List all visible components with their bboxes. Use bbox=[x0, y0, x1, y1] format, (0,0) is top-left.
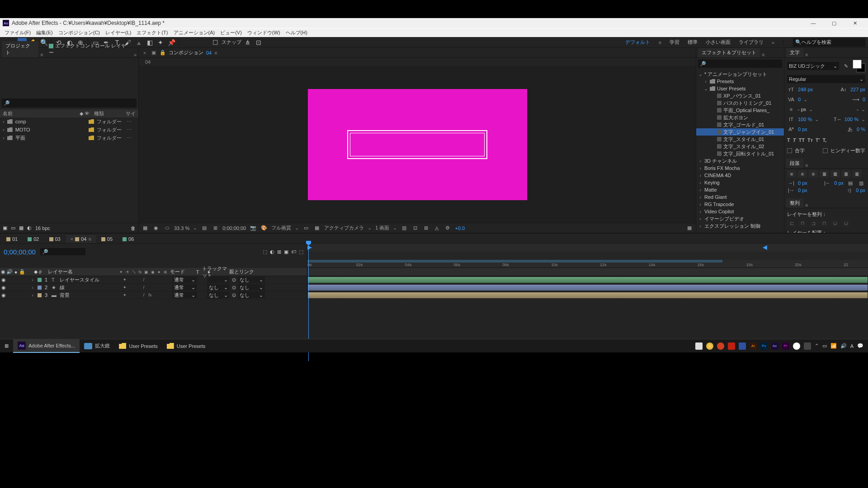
align-h-left[interactable]: ⊏ bbox=[787, 220, 796, 227]
align-right-button[interactable]: ≡ bbox=[809, 170, 818, 178]
menu-layer[interactable]: レイヤー(L) bbox=[103, 29, 134, 36]
font-size-value[interactable]: 248 px bbox=[798, 87, 813, 92]
tray-icon-ai[interactable]: Ai bbox=[750, 343, 757, 350]
lock-icon[interactable]: 🔒 bbox=[160, 50, 166, 56]
hindi-checkbox[interactable] bbox=[823, 148, 828, 153]
project-item[interactable]: ›平面フォルダー⋯ bbox=[0, 134, 138, 142]
menu-window[interactable]: ウィンドウ(W) bbox=[245, 29, 283, 36]
clone-tool-icon[interactable]: ⟁ bbox=[134, 38, 143, 47]
justify-all-button[interactable]: ≣ bbox=[852, 170, 861, 178]
tl-tool4-icon[interactable]: ▣ bbox=[284, 249, 288, 255]
tracking-value[interactable]: 0 bbox=[863, 97, 865, 102]
tray-icon-1[interactable] bbox=[695, 343, 703, 350]
new-folder-icon[interactable]: ▭ bbox=[11, 225, 15, 231]
preset-item[interactable]: ›Boris FX Mocha bbox=[696, 164, 784, 172]
tray-notifications-icon[interactable]: 💬 bbox=[857, 343, 863, 349]
project-item[interactable]: ›conpフォルダー⋯ bbox=[0, 117, 138, 126]
interpret-icon[interactable]: ▣ bbox=[3, 225, 7, 231]
taskbar-folder-1[interactable]: User Presets bbox=[114, 339, 162, 353]
menu-effect[interactable]: エフェクト(T) bbox=[134, 29, 170, 36]
view-opt2-icon[interactable]: ⊡ bbox=[411, 225, 419, 232]
stroke-width-value[interactable]: - px bbox=[798, 107, 806, 112]
close-button[interactable]: ✕ bbox=[844, 18, 865, 28]
timeline-tab[interactable]: 05 bbox=[97, 235, 117, 243]
rtl-toggle-icon[interactable]: ▤ bbox=[846, 179, 854, 187]
tray-battery-icon[interactable]: ▭ bbox=[822, 343, 827, 349]
tab-project[interactable]: プロジェクト bbox=[2, 41, 38, 57]
effects-search-input[interactable]: 🔎 bbox=[698, 60, 782, 68]
snapshot-icon[interactable]: 📷 bbox=[250, 225, 257, 232]
fill-stroke-swatch[interactable] bbox=[853, 60, 865, 72]
magnification-dropdown[interactable]: 33.3 % bbox=[174, 225, 189, 231]
res-icon[interactable]: ▤ bbox=[201, 225, 208, 232]
tab-paragraph[interactable]: 段落 bbox=[786, 159, 803, 168]
stroke-over-value[interactable]: - bbox=[857, 107, 859, 112]
align-left-button[interactable]: ≡ bbox=[787, 170, 796, 178]
viewer-timecode[interactable]: 0;00;00;00 bbox=[222, 225, 246, 231]
workspace-standard[interactable]: 標準 bbox=[688, 39, 698, 46]
preset-item[interactable]: ⌄* アニメーションプリセット bbox=[696, 70, 784, 78]
tray-icon-ps[interactable]: Ps bbox=[760, 343, 768, 350]
tray-icon-pr[interactable]: Pr bbox=[782, 343, 789, 350]
tray-chevron-icon[interactable]: ⌃ bbox=[815, 343, 819, 349]
camera-dropdown[interactable]: アクティブカメラ bbox=[324, 225, 364, 231]
align-v-top[interactable]: ⊓ bbox=[820, 220, 829, 227]
taskbar-folder-2[interactable]: User Presets bbox=[162, 339, 210, 353]
allcaps-button[interactable]: TT bbox=[798, 137, 804, 143]
timeline-timecode[interactable]: 0;00;00;00 bbox=[4, 248, 36, 256]
workspace-small[interactable]: 小さい画面 bbox=[706, 39, 731, 46]
tray-icon-4[interactable] bbox=[739, 343, 746, 350]
tray-wifi-icon[interactable]: 📶 bbox=[830, 343, 837, 349]
eyedropper-icon[interactable]: ✎ bbox=[842, 62, 850, 70]
ltr-toggle-icon[interactable]: ▥ bbox=[857, 179, 865, 187]
channel-icon[interactable]: ◉ bbox=[152, 225, 160, 232]
justify-left-button[interactable]: ≣ bbox=[820, 170, 829, 178]
timeline-tab[interactable]: 03 bbox=[45, 235, 65, 243]
ligature-checkbox[interactable] bbox=[787, 148, 792, 153]
preset-item[interactable]: ⌄User Presets bbox=[696, 85, 784, 92]
layer-bar-3[interactable] bbox=[307, 292, 868, 299]
preset-item[interactable]: ›Video Copilot bbox=[696, 208, 784, 215]
tab-align[interactable]: 整列 bbox=[786, 198, 803, 208]
layer-row[interactable]: ◉›2★線✦/通常⌄なし⌄⊙なし⌄ bbox=[0, 284, 307, 291]
puppet-tool-icon[interactable]: 📌 bbox=[167, 38, 176, 47]
timeline-tab[interactable]: 01 bbox=[2, 235, 22, 243]
view-opt1-icon[interactable]: ▥ bbox=[401, 225, 408, 232]
hscale-value[interactable]: 100 % bbox=[844, 117, 859, 122]
preset-item[interactable]: ›イマーシブビデオ bbox=[696, 215, 784, 222]
layer-bar-1[interactable] bbox=[307, 277, 868, 283]
close-tab-icon[interactable]: × bbox=[142, 50, 148, 56]
timeline-tab[interactable]: × 04 ≡ bbox=[66, 235, 96, 243]
workspace-library[interactable]: ライブラリ bbox=[739, 39, 764, 46]
align-center-button[interactable]: ≡ bbox=[798, 170, 807, 178]
tray-icon-5[interactable] bbox=[793, 343, 800, 350]
tray-ime-icon[interactable]: A bbox=[850, 343, 854, 349]
preset-item[interactable]: XP_バウンス_01 bbox=[696, 92, 784, 99]
bold-button[interactable]: T bbox=[787, 137, 790, 143]
preset-item[interactable]: ›3D チャンネル bbox=[696, 157, 784, 164]
view-opt4-icon[interactable]: ◬ bbox=[433, 225, 440, 232]
help-search-input[interactable]: 🔍 ヘルプを検索 bbox=[793, 38, 865, 47]
menu-view[interactable]: ビュー(V) bbox=[217, 29, 245, 36]
font-style-dropdown[interactable]: Regular⌄ bbox=[787, 75, 865, 83]
workspace-default[interactable]: デフォルト bbox=[625, 39, 650, 46]
breadcrumb[interactable]: 04 bbox=[145, 59, 151, 65]
mask-icon[interactable]: ⬭ bbox=[163, 225, 170, 232]
project-item[interactable]: ›MOTOフォルダー⋯ bbox=[0, 126, 138, 134]
alpha-icon[interactable]: ▦ bbox=[142, 225, 149, 232]
layer-row[interactable]: ◉›3▬背景✦/fx通常⌄なし⌄⊙なし⌄ bbox=[0, 291, 307, 299]
grid-icon[interactable]: ⊞ bbox=[212, 225, 219, 232]
speaker-col-icon[interactable]: 🔊 bbox=[6, 269, 13, 275]
tab-effects-presets[interactable]: エフェクト＆プリセット bbox=[698, 48, 760, 57]
preset-item[interactable]: ›Matte bbox=[696, 186, 784, 193]
snap-checkbox[interactable]: ☐ bbox=[211, 38, 220, 47]
eye-col-icon[interactable]: ◉ bbox=[0, 269, 6, 275]
layer-bar-2[interactable] bbox=[307, 284, 868, 291]
preset-item[interactable]: 文字_スタイル_02 bbox=[696, 143, 784, 150]
exposure-value[interactable]: +0.0 bbox=[455, 225, 465, 231]
tl-tool6-icon[interactable]: ⬚ bbox=[299, 249, 303, 255]
taskbar-magnifier[interactable]: 拡大鏡 bbox=[80, 339, 114, 353]
bpc-label[interactable]: 16 bpc bbox=[35, 225, 50, 231]
preset-item[interactable]: ›Red Giant bbox=[696, 193, 784, 201]
fast-preview-icon[interactable]: ▦ bbox=[686, 225, 693, 232]
